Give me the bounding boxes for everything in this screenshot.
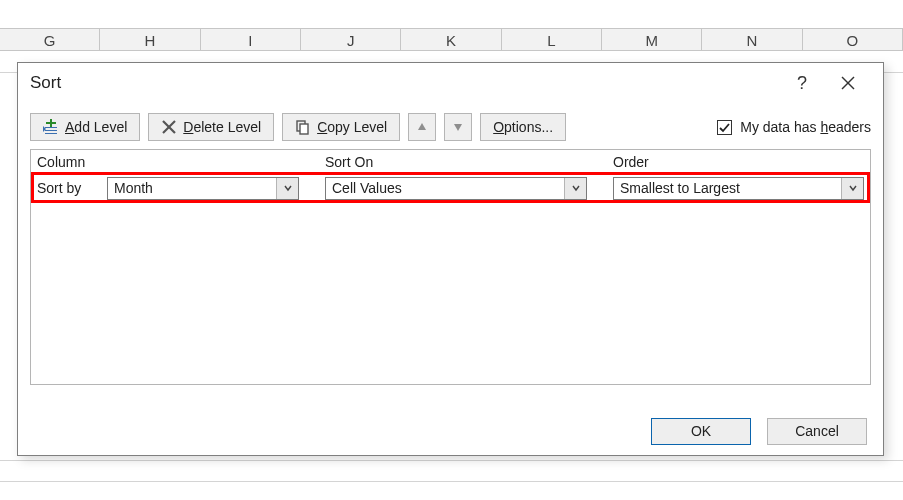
- dropdown-arrow-icon: [564, 178, 586, 199]
- sort-dialog: Sort ? Add Level Delete Level Copy Level: [17, 62, 884, 456]
- col-header[interactable]: O: [803, 29, 903, 50]
- svg-rect-6: [45, 133, 57, 134]
- dialog-footer: OK Cancel: [18, 407, 883, 455]
- order-combobox[interactable]: Smallest to Largest: [613, 177, 864, 200]
- cancel-button[interactable]: Cancel: [767, 418, 867, 445]
- svg-marker-13: [454, 124, 462, 131]
- col-header[interactable]: K: [401, 29, 501, 50]
- dropdown-arrow-icon: [276, 178, 298, 199]
- column-combobox[interactable]: Month: [107, 177, 299, 200]
- copy-level-icon: [295, 119, 311, 135]
- copy-level-label: Copy Level: [317, 119, 387, 135]
- col-header[interactable]: M: [602, 29, 702, 50]
- dialog-toolbar: Add Level Delete Level Copy Level Option…: [18, 103, 883, 149]
- col-header[interactable]: I: [201, 29, 301, 50]
- grid-header-column: Column: [31, 151, 319, 173]
- add-level-button[interactable]: Add Level: [30, 113, 140, 141]
- headers-label: My data has headers: [740, 119, 871, 135]
- sorton-combobox[interactable]: Cell Values: [325, 177, 587, 200]
- help-button[interactable]: ?: [779, 63, 825, 103]
- grid-header-order: Order: [607, 151, 870, 173]
- close-button[interactable]: [825, 63, 871, 103]
- col-header[interactable]: L: [502, 29, 602, 50]
- copy-level-button[interactable]: Copy Level: [282, 113, 400, 141]
- headers-checkbox[interactable]: My data has headers: [717, 119, 871, 135]
- col-header[interactable]: G: [0, 29, 100, 50]
- dropdown-arrow-icon: [841, 178, 863, 199]
- dialog-titlebar: Sort ?: [18, 63, 883, 103]
- sort-level-row: Sort by Month Cell Values Smallest to La…: [31, 174, 870, 202]
- svg-rect-4: [45, 127, 57, 128]
- ok-button[interactable]: OK: [651, 418, 751, 445]
- delete-level-icon: [161, 119, 177, 135]
- svg-marker-12: [418, 123, 426, 130]
- order-value: Smallest to Largest: [614, 180, 841, 196]
- col-header[interactable]: J: [301, 29, 401, 50]
- grid-header-row: Column Sort On Order: [31, 150, 870, 174]
- options-button[interactable]: Options...: [480, 113, 566, 141]
- options-label: Options...: [493, 119, 553, 135]
- delete-level-button[interactable]: Delete Level: [148, 113, 274, 141]
- dialog-title: Sort: [30, 73, 61, 93]
- column-value: Month: [108, 180, 276, 196]
- move-up-button[interactable]: [408, 113, 436, 141]
- add-level-icon: [43, 119, 59, 135]
- col-header[interactable]: H: [100, 29, 200, 50]
- chevron-up-icon: [417, 122, 427, 132]
- close-icon: [841, 76, 855, 90]
- sort-by-label: Sort by: [37, 180, 107, 196]
- sort-levels-grid: Column Sort On Order Sort by Month Cell …: [30, 149, 871, 385]
- svg-rect-11: [300, 124, 308, 134]
- svg-rect-3: [46, 122, 56, 124]
- delete-level-label: Delete Level: [183, 119, 261, 135]
- col-header[interactable]: N: [702, 29, 802, 50]
- grid-header-sorton: Sort On: [319, 151, 607, 173]
- sheet-row: [0, 460, 903, 482]
- check-icon: [719, 122, 730, 133]
- move-down-button[interactable]: [444, 113, 472, 141]
- sorton-value: Cell Values: [326, 180, 564, 196]
- checkbox-box: [717, 120, 732, 135]
- svg-marker-7: [43, 126, 46, 132]
- chevron-down-icon: [453, 122, 463, 132]
- add-level-label: Add Level: [65, 119, 127, 135]
- spreadsheet-column-headers: G H I J K L M N O: [0, 28, 903, 51]
- svg-rect-5: [45, 130, 57, 131]
